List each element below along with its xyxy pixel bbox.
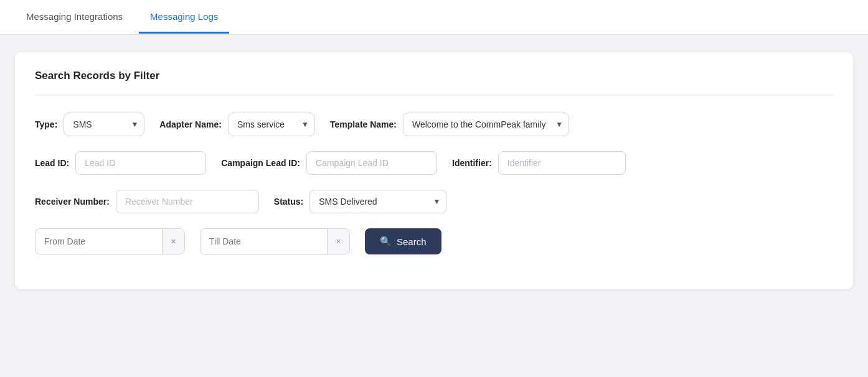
adapter-name-select[interactable]: Sms service Email adapter (228, 113, 315, 136)
search-icon: 🔍 (380, 236, 392, 247)
template-name-group: Template Name: Welcome to the CommPeak f… (330, 113, 569, 136)
status-label: Status: (274, 197, 303, 207)
receiver-number-label: Receiver Number: (35, 197, 110, 207)
filter-row-2: Lead ID: Campaign Lead ID: Identifier: (35, 151, 833, 175)
filter-row-4: × × 🔍 Search (35, 228, 833, 254)
status-select-wrapper: SMS Delivered SMS Pending SMS Failed All… (309, 190, 446, 213)
type-select[interactable]: SMS Email Push (64, 113, 144, 136)
type-select-wrapper: SMS Email Push ▼ (64, 113, 144, 136)
lead-id-label: Lead ID: (35, 158, 69, 168)
receiver-number-input[interactable] (116, 190, 259, 213)
template-name-label: Template Name: (330, 119, 397, 129)
filter-row-1: Type: SMS Email Push ▼ Adapter Name: (35, 113, 833, 136)
template-select-wrapper: Welcome to the CommPeak family Other tem… (403, 113, 569, 136)
adapter-name-label: Adapter Name: (159, 119, 222, 129)
identifier-group: Identifier: (452, 151, 626, 175)
tab-messaging-logs[interactable]: Messaging Logs (139, 1, 229, 34)
receiver-number-group: Receiver Number: (35, 190, 259, 213)
adapter-name-group: Adapter Name: Sms service Email adapter … (159, 113, 315, 136)
till-date-clear-button[interactable]: × (327, 229, 349, 254)
till-date-group: × (200, 228, 350, 254)
main-content: Search Records by Filter Type: SMS Email… (0, 35, 868, 307)
identifier-label: Identifier: (452, 158, 492, 168)
campaign-lead-id-group: Campaign Lead ID: (221, 151, 437, 175)
lead-id-input[interactable] (75, 151, 206, 175)
status-group: Status: SMS Delivered SMS Pending SMS Fa… (274, 190, 446, 213)
filter-card: Search Records by Filter Type: SMS Email… (15, 52, 853, 289)
search-button[interactable]: 🔍 Search (365, 228, 441, 254)
from-date-group: × (35, 228, 185, 254)
card-title: Search Records by Filter (35, 70, 833, 82)
campaign-lead-id-input[interactable] (306, 151, 437, 175)
type-label: Type: (35, 119, 57, 129)
campaign-lead-id-label: Campaign Lead ID: (221, 158, 300, 168)
tabs-bar: Messaging Integrations Messaging Logs (0, 0, 868, 35)
identifier-input[interactable] (498, 151, 626, 175)
from-date-input[interactable] (35, 231, 162, 251)
from-date-clear-button[interactable]: × (162, 229, 184, 254)
search-button-label: Search (397, 236, 427, 247)
tab-messaging-integrations[interactable]: Messaging Integrations (15, 1, 134, 34)
page-wrapper: Messaging Integrations Messaging Logs Se… (0, 0, 868, 377)
lead-id-group: Lead ID: (35, 151, 206, 175)
filter-row-3: Receiver Number: Status: SMS Delivered S… (35, 190, 833, 213)
divider (35, 95, 833, 95)
adapter-select-wrapper: Sms service Email adapter ▼ (228, 113, 315, 136)
status-select[interactable]: SMS Delivered SMS Pending SMS Failed All (309, 190, 446, 213)
type-group: Type: SMS Email Push ▼ (35, 113, 144, 136)
template-name-select[interactable]: Welcome to the CommPeak family Other tem… (403, 113, 569, 136)
till-date-input[interactable] (200, 231, 327, 251)
